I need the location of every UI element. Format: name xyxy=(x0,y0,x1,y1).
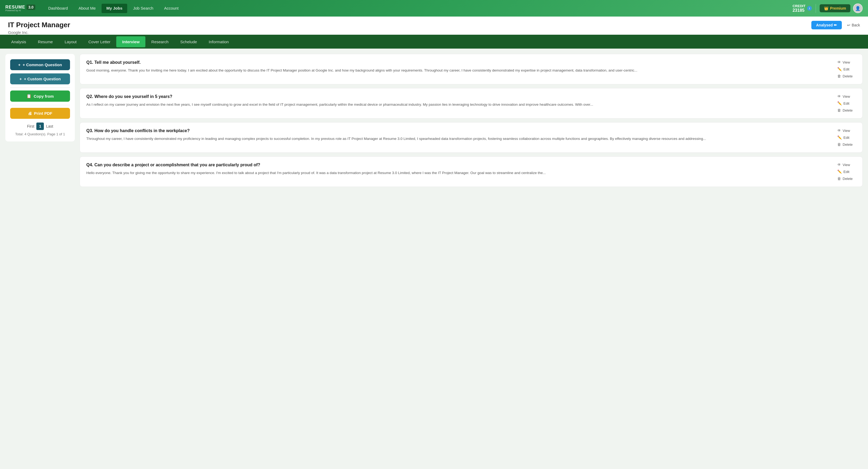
edit-label-3: Edit xyxy=(843,136,849,140)
edit-button-4[interactable]: ✏️ Edit xyxy=(837,169,849,174)
logo: RESUME 3.0 Powered by AI xyxy=(5,5,35,12)
view-label-3: View xyxy=(843,129,850,133)
view-button-1[interactable]: 👁 View xyxy=(837,60,850,64)
custom-question-label: + Custom Question xyxy=(24,77,61,81)
premium-label: Premium xyxy=(830,6,846,10)
custom-question-icon: + xyxy=(20,77,22,81)
nav-item-dashboard[interactable]: Dashboard xyxy=(43,4,72,13)
question-text-4: Hello everyone. Thank you for giving me … xyxy=(86,170,833,176)
delete-button-2[interactable]: 🗑 Delete xyxy=(837,108,853,112)
logo-version: 3.0 xyxy=(27,4,35,10)
view-icon-3: 👁 xyxy=(837,128,841,133)
question-actions-1: 👁 View ✏️ Edit 🗑 Delete xyxy=(837,60,856,78)
edit-button-1[interactable]: ✏️ Edit xyxy=(837,67,849,71)
delete-icon-1: 🗑 xyxy=(837,74,841,78)
analysed-button[interactable]: Analysed ✏ xyxy=(811,21,842,29)
main-header: RESUME 3.0 Powered by AI DashboardAbout … xyxy=(0,0,868,16)
common-question-button[interactable]: + + Common Question xyxy=(10,59,70,70)
question-content-1: Q1. Tell me about yourself. Good morning… xyxy=(86,60,833,73)
question-actions-3: 👁 View ✏️ Edit 🗑 Delete xyxy=(837,128,856,146)
tab-schelude[interactable]: Schelude xyxy=(175,36,203,47)
tab-cover-letter[interactable]: Cover Letter xyxy=(83,36,117,47)
edit-label-2: Edit xyxy=(843,101,849,105)
question-text-1: Good morning, everyone. Thank you for in… xyxy=(86,68,833,73)
view-icon-2: 👁 xyxy=(837,94,841,99)
current-page[interactable]: 1 xyxy=(36,123,44,130)
tab-information[interactable]: Information xyxy=(203,36,235,47)
view-label-1: View xyxy=(843,60,850,64)
delete-button-3[interactable]: 🗑 Delete xyxy=(837,142,853,146)
delete-label-4: Delete xyxy=(843,177,853,181)
back-label: Back xyxy=(852,23,860,27)
edit-button-2[interactable]: ✏️ Edit xyxy=(837,101,849,105)
print-icon: 🖨 xyxy=(28,111,32,115)
credit-label: CREDIT xyxy=(793,4,805,8)
edit-label-1: Edit xyxy=(843,67,849,71)
credit-box: CREDIT 23185 i xyxy=(793,4,816,13)
back-arrow-icon: ↩ xyxy=(847,23,850,27)
delete-button-4[interactable]: 🗑 Delete xyxy=(837,176,853,181)
delete-label-1: Delete xyxy=(843,74,853,78)
analysed-label: Analysed ✏ xyxy=(816,23,837,27)
delete-label-2: Delete xyxy=(843,108,853,112)
question-text-2: As I reflect on my career journey and en… xyxy=(86,102,833,108)
question-card-2: Q2. Where do you see yourself in 5 years… xyxy=(80,88,863,119)
view-label-4: View xyxy=(843,163,850,167)
nav-item-job-search[interactable]: Job Search xyxy=(128,4,158,13)
job-title: IT Project Manager xyxy=(8,21,70,29)
common-question-icon: + xyxy=(18,63,21,67)
header-right: CREDIT 23185 i 👑 Premium 👤 xyxy=(793,3,863,13)
question-content-4: Q4. Can you describe a project or accomp… xyxy=(86,163,833,176)
question-title-1: Q1. Tell me about yourself. xyxy=(86,60,833,65)
first-page-label[interactable]: First xyxy=(27,124,34,128)
question-text-3: Throughout my career, I have consistentl… xyxy=(86,136,833,142)
delete-icon-2: 🗑 xyxy=(837,108,841,112)
pagination: First 1 Last xyxy=(10,123,70,130)
questions-list: Q1. Tell me about yourself. Good morning… xyxy=(80,54,863,464)
total-info: Total: 4 Question(s). Page 1 of 1 xyxy=(10,132,70,136)
edit-button-3[interactable]: ✏️ Edit xyxy=(837,135,849,140)
view-icon-4: 👁 xyxy=(837,163,841,167)
copy-from-button[interactable]: 📋 Copy from xyxy=(10,91,70,102)
question-content-3: Q3. How do you handle conflicts in the w… xyxy=(86,128,833,142)
nav-item-account[interactable]: Account xyxy=(159,4,183,13)
avatar[interactable]: 👤 xyxy=(853,3,863,13)
nav-item-about-me[interactable]: About Me xyxy=(74,4,100,13)
tab-interview[interactable]: Interview xyxy=(116,36,145,47)
tab-research[interactable]: Research xyxy=(145,36,174,47)
custom-question-button[interactable]: + + Custom Question xyxy=(10,73,70,85)
premium-icon: 👑 xyxy=(824,6,829,10)
divider-1 xyxy=(10,88,70,88)
view-label-2: View xyxy=(843,95,850,99)
print-pdf-label: Print PDF xyxy=(34,111,52,115)
view-button-3[interactable]: 👁 View xyxy=(837,128,850,133)
delete-label-3: Delete xyxy=(843,142,853,146)
page-title-area: IT Project Manager Google Inc. Analysed … xyxy=(0,16,868,35)
question-title-3: Q3. How do you handle conflicts in the w… xyxy=(86,128,833,133)
tab-analysis[interactable]: Analysis xyxy=(5,36,32,47)
copy-icon: 📋 xyxy=(27,94,32,99)
delete-icon-4: 🗑 xyxy=(837,176,841,181)
question-card-3: Q3. How do you handle conflicts in the w… xyxy=(80,122,863,153)
question-content-2: Q2. Where do you see yourself in 5 years… xyxy=(86,94,833,108)
common-question-label: + Common Question xyxy=(23,63,62,67)
print-pdf-button[interactable]: 🖨 Print PDF xyxy=(10,108,70,119)
logo-text: RESUME xyxy=(5,5,25,9)
tab-layout[interactable]: Layout xyxy=(59,36,83,47)
delete-button-1[interactable]: 🗑 Delete xyxy=(837,74,853,78)
nav-item-my-jobs[interactable]: My Jobs xyxy=(101,4,127,13)
job-company: Google Inc. xyxy=(8,30,70,35)
question-actions-2: 👁 View ✏️ Edit 🗑 Delete xyxy=(837,94,856,112)
edit-icon-1: ✏️ xyxy=(837,67,842,71)
edit-label-4: Edit xyxy=(843,170,849,174)
back-button[interactable]: ↩ Back xyxy=(847,23,860,27)
view-button-2[interactable]: 👁 View xyxy=(837,94,850,99)
view-button-4[interactable]: 👁 View xyxy=(837,163,850,167)
premium-button[interactable]: 👑 Premium xyxy=(819,4,850,12)
tab-resume[interactable]: Resume xyxy=(32,36,59,47)
avatar-icon: 👤 xyxy=(855,6,861,11)
last-page-label[interactable]: Last xyxy=(46,124,53,128)
tab-bar: AnalysisResumeLayoutCover LetterIntervie… xyxy=(0,35,868,48)
question-actions-4: 👁 View ✏️ Edit 🗑 Delete xyxy=(837,163,856,181)
credit-value: 23185 xyxy=(793,8,805,13)
